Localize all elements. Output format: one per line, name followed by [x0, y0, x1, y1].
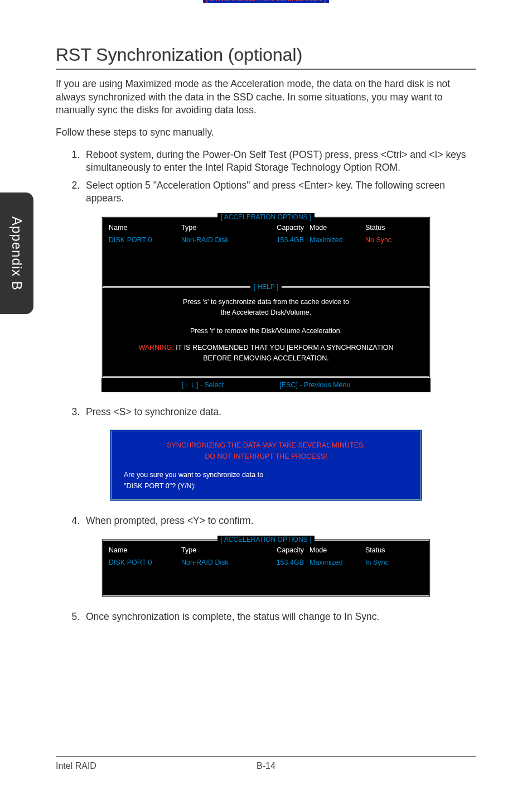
- col-name: Name: [109, 224, 181, 232]
- help-line-3: Press 'r' to remove the Disk/Volume Acce…: [114, 326, 418, 336]
- accel-options-frame: [ ACCELERATION OPTIONS ] Name Type Capac…: [101, 216, 431, 288]
- cell-status-2: In Sync: [365, 559, 415, 566]
- step-5: Once synchronization is complete, the st…: [83, 610, 476, 624]
- sync-prompt-2: "DISK PORT 0"? (Y/N):: [124, 481, 408, 492]
- footer-page: B-14: [257, 761, 275, 771]
- help-frame: [ HELP ] Press 's' to synchronize data f…: [101, 288, 431, 378]
- cell-capacity-2: 153.4GB: [259, 559, 309, 566]
- page-footer: Intel RAID B-14: [56, 756, 476, 771]
- bios-screen-sync-verification: [ SYNCHRONIZATION VERIFICATION ] SYNCHRO…: [110, 430, 422, 501]
- sync-verif-body: SYNCHRONIZING THE DATA MAY TAKE SEVERAL …: [112, 431, 420, 499]
- step-2: Select option 5 "Acceleration Options" a…: [83, 179, 476, 205]
- warning-line-2: BEFORE REMOVING ACCELERATION.: [114, 353, 418, 364]
- col-type-2: Type: [181, 546, 259, 554]
- sync-prompt-1: Are you sure you want to synchronize dat…: [124, 470, 408, 480]
- help-title: [ HELP ]: [103, 283, 429, 291]
- table-row-2: DISK PORT 0 Non-RAID Disk 153.4GB Maximi…: [109, 554, 423, 566]
- page-content: RST Synchronization (optional) If you ar…: [0, 0, 532, 623]
- steps-list-a: Reboot system, during the Power-On Self …: [56, 148, 476, 206]
- help-line-2: the Accelerated Disk/Volume.: [114, 307, 418, 318]
- table-row: DISK PORT 0 Non-RAID Disk 153.4GB Maximi…: [109, 232, 423, 244]
- col-capacity-2: Capacity: [259, 546, 309, 554]
- accel-options-after-title: [ ACCELERATION OPTIONS ]: [103, 536, 429, 543]
- col-type: Type: [181, 224, 259, 232]
- side-tab: Appendix B: [0, 192, 33, 314]
- col-capacity: Capacity: [259, 224, 309, 232]
- cell-name-2: DISK PORT 0: [109, 559, 181, 566]
- page-title: RST Synchronization (optional): [56, 45, 476, 70]
- col-mode: Mode: [309, 224, 365, 232]
- cell-status: No Sync: [365, 236, 415, 244]
- steps-list-c: When prompted, press <Y> to confirm.: [56, 514, 476, 528]
- key-esc: [ESC] - Previous Menu: [279, 381, 350, 389]
- side-tab-label: Appendix B: [9, 216, 25, 291]
- intro-paragraph: If you are using Maximized mode as the A…: [56, 78, 476, 117]
- help-body: Press 's' to synchronize data from the c…: [109, 289, 423, 370]
- footer-left: Intel RAID: [56, 761, 96, 771]
- warning-label: WARNING:: [138, 344, 173, 352]
- accel-options-title: [ ACCELERATION OPTIONS ]: [103, 213, 429, 221]
- col-status-2: Status: [365, 546, 415, 554]
- accel-options-after-frame: [ ACCELERATION OPTIONS ] Name Type Capac…: [101, 539, 431, 597]
- table-header-row-2: Name Type Capacity Mode Status: [109, 542, 423, 554]
- sync-warn-2: DO NOT INTERRUPT THE PROCESS!: [124, 451, 408, 462]
- warning-line-1: WARNING: IT IS RECOMMENDED THAT YOU [ERF…: [114, 343, 418, 353]
- bios-screen-accel-options-after: [ ACCELERATION OPTIONS ] Name Type Capac…: [101, 539, 431, 597]
- cell-type: Non-RAID Disk: [181, 236, 259, 244]
- col-name-2: Name: [109, 546, 181, 554]
- steps-list-d: Once synchronization is complete, the st…: [56, 610, 476, 624]
- col-mode-2: Mode: [309, 546, 365, 554]
- sync-verif-title: [ SYNCHRONIZATION VERIFICATION ]: [0, 0, 532, 3]
- key-bar: [ ↑ ↓ ] - Select [ESC] - Previous Menu: [101, 378, 431, 392]
- table-header-row: Name Type Capacity Mode Status: [109, 219, 423, 232]
- cell-name: DISK PORT 0: [109, 236, 181, 244]
- cell-type-2: Non-RAID Disk: [181, 559, 259, 566]
- step-3: Press <S> to synchronize data.: [83, 406, 476, 419]
- cell-mode-2: Maximized: [309, 559, 365, 566]
- cell-capacity: 153.4GB: [259, 236, 309, 244]
- steps-list-b: Press <S> to synchronize data.: [56, 406, 476, 419]
- key-select: [ ↑ ↓ ] - Select: [182, 381, 224, 389]
- help-line-1: Press 's' to synchronize data from the c…: [114, 297, 418, 307]
- follow-steps-label: Follow these steps to sync manually.: [56, 126, 476, 139]
- col-status: Status: [365, 224, 415, 232]
- step-4: When prompted, press <Y> to confirm.: [83, 514, 476, 528]
- step-1: Reboot system, during the Power-On Self …: [83, 148, 476, 175]
- sync-warn-1: SYNCHRONIZING THE DATA MAY TAKE SEVERAL …: [124, 440, 408, 451]
- bios-screen-accel-options: [ ACCELERATION OPTIONS ] Name Type Capac…: [101, 216, 431, 392]
- cell-mode: Maximized: [309, 236, 365, 244]
